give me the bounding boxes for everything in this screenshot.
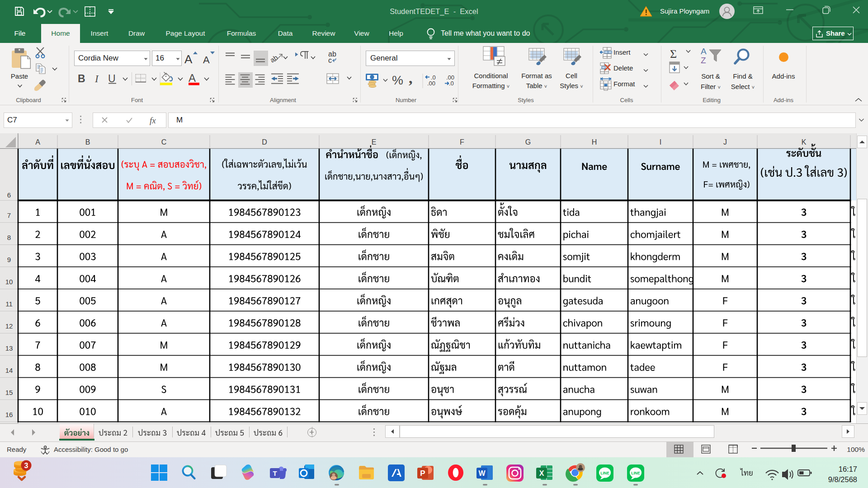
svg-text:T: T [273,469,277,477]
svg-text:6: 6 [7,191,11,199]
svg-text:8: 8 [7,234,11,241]
svg-text:14: 14 [5,366,13,374]
svg-text:Σ: Σ [670,47,677,61]
svg-text:X: X [539,469,544,477]
svg-text:%: % [392,73,403,87]
svg-text:12: 12 [5,322,13,330]
svg-text:.0: .0 [449,80,454,87]
svg-text:9: 9 [7,256,11,263]
svg-text:K: K [802,138,807,146]
svg-text:c: c [328,56,332,64]
svg-text:F: F [460,138,464,146]
svg-text:16: 16 [5,411,13,418]
svg-text:11: 11 [5,300,13,308]
svg-text:7: 7 [7,211,11,219]
svg-text:15: 15 [5,389,13,396]
svg-text:H: H [592,138,597,146]
svg-text:W: W [478,469,486,477]
svg-text:fx: fx [150,116,156,125]
svg-text:I: I [660,138,661,146]
svg-text:Z: Z [701,56,706,65]
svg-text:A: A [203,54,210,66]
svg-text:A: A [189,72,196,84]
svg-text:P: P [420,469,425,478]
svg-text:I: I [94,73,99,84]
svg-text:B: B [78,73,85,84]
svg-text:J: J [723,138,727,146]
svg-text:A: A [35,138,40,146]
svg-text:10: 10 [5,278,13,286]
svg-text:LINE: LINE [631,471,640,475]
svg-text:U: U [108,73,116,84]
svg-text:,: , [409,70,413,86]
svg-text:13: 13 [5,344,13,352]
svg-text:D: D [262,138,267,146]
svg-text:LINE: LINE [600,471,609,475]
svg-text:B: B [85,138,90,146]
svg-text:A: A [184,52,193,66]
svg-text:C: C [161,138,167,146]
svg-text:G: G [525,138,531,146]
svg-text:A: A [701,47,707,56]
svg-text:3: 3 [24,462,28,469]
svg-text:E: E [372,138,377,146]
svg-text:.00: .00 [427,80,435,87]
